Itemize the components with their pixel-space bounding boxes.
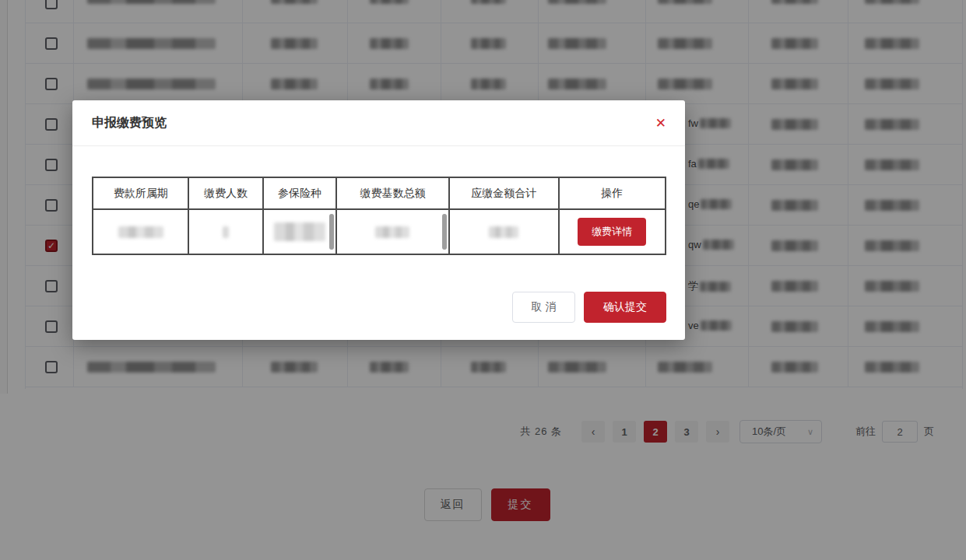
column-header-payer-count: 缴费人数: [188, 178, 262, 210]
cell-operation: 缴费详情: [558, 210, 665, 254]
cell-base-total-blurred: [335, 210, 448, 254]
scrollbar-thumb: [329, 214, 334, 250]
close-icon[interactable]: ✕: [655, 117, 666, 130]
modal-footer: 取 消 确认提交: [512, 292, 666, 323]
cell-payer-count-blurred: [188, 210, 262, 254]
modal-header: 申报缴费预览 ✕: [72, 100, 685, 146]
column-header-operation: 操作: [558, 178, 665, 210]
scrollbar-thumb: [442, 214, 447, 250]
cell-amount-total-blurred: [448, 210, 558, 254]
modal-title: 申报缴费预览: [92, 115, 167, 131]
column-header-base-total: 缴费基数总额: [335, 178, 448, 210]
payment-detail-button[interactable]: 缴费详情: [578, 218, 646, 246]
column-header-amount-total: 应缴金额合计: [448, 178, 558, 210]
cancel-button[interactable]: 取 消: [512, 292, 575, 323]
confirm-submit-button[interactable]: 确认提交: [584, 292, 666, 323]
payment-preview-modal: 申报缴费预览 ✕ 费款所属期 缴费人数 参保险种 缴费基数总额 应缴金额合计 操…: [72, 100, 685, 340]
column-header-period: 费款所属期: [93, 178, 188, 210]
preview-table: 费款所属期 缴费人数 参保险种 缴费基数总额 应缴金额合计 操作 缴费详情: [92, 177, 666, 255]
column-header-insurance-type: 参保险种: [262, 178, 335, 210]
cell-insurance-type-blurred: [262, 210, 335, 254]
cell-period-blurred: [93, 210, 188, 254]
